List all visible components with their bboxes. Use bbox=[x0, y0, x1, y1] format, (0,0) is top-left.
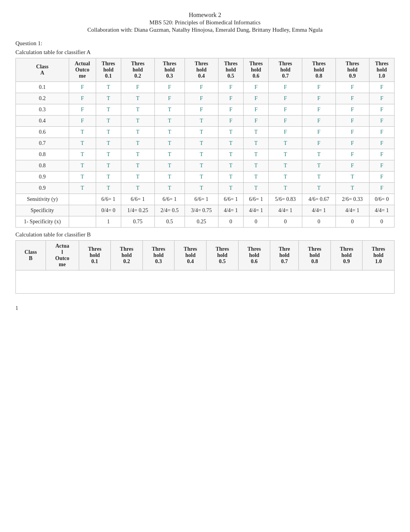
table-cell: F bbox=[369, 172, 394, 183]
col-header-t08: Threshold0.8 bbox=[302, 58, 336, 82]
table-cell: F bbox=[369, 127, 394, 138]
classifier-a-table: ClassA ActualOutcome Threshold0.1 Thresh… bbox=[15, 58, 395, 228]
course-title: MBS 520: Principles of Biomedical Inform… bbox=[15, 19, 395, 26]
table-cell: 6/6= 1 bbox=[243, 194, 268, 205]
table-cell: T bbox=[218, 127, 243, 138]
table-cell: T bbox=[69, 183, 96, 194]
col-b-header-t09: Threshold0.9 bbox=[330, 241, 363, 270]
col-header-actual: ActualOutcome bbox=[69, 58, 96, 82]
table-cell: T bbox=[121, 127, 154, 138]
table-cell: F bbox=[218, 116, 243, 127]
calc-label-a: Calculation table for classifier A bbox=[15, 49, 395, 56]
table-cell: T bbox=[335, 172, 369, 183]
table-cell: 0 bbox=[218, 216, 243, 228]
table-cell: F bbox=[302, 104, 336, 116]
table-cell: T bbox=[96, 127, 121, 138]
table-cell: F bbox=[302, 93, 336, 104]
table-cell: 0.1 bbox=[16, 82, 69, 93]
table-cell: T bbox=[243, 138, 268, 149]
table-cell: 6/6= 1 bbox=[121, 194, 154, 205]
table-cell: T bbox=[69, 172, 96, 183]
table-cell: 0.9 bbox=[16, 172, 69, 183]
table-row bbox=[16, 270, 395, 294]
table-cell: F bbox=[243, 93, 268, 104]
col-header-t03: Threshold0.3 bbox=[154, 58, 185, 82]
table-cell: F bbox=[243, 104, 268, 116]
col-b-header-t03: Threshold0.3 bbox=[142, 241, 175, 270]
table-cell: 4/4= 1 bbox=[218, 205, 243, 216]
table-cell: 4/4= 1 bbox=[369, 205, 394, 216]
table-cell: T bbox=[185, 172, 218, 183]
question-label: Question 1: bbox=[15, 40, 395, 47]
table-cell: T bbox=[69, 149, 96, 160]
col-b-header-t01: Threshold0.1 bbox=[79, 241, 111, 270]
table-row: 0.4FTTTTFFFFFF bbox=[16, 116, 395, 127]
table-cell: 6/6= 1 bbox=[218, 194, 243, 205]
table-cell: T bbox=[218, 183, 243, 194]
table-cell: T bbox=[121, 183, 154, 194]
table-cell: F bbox=[335, 93, 369, 104]
table-cell: 1- Specificity (x) bbox=[16, 216, 69, 228]
table-cell: F bbox=[218, 104, 243, 116]
table-cell: 0.3 bbox=[16, 104, 69, 116]
table-cell: F bbox=[269, 82, 302, 93]
table-cell: 2/4= 0.5 bbox=[154, 205, 185, 216]
table-cell: 6/6= 1 bbox=[154, 194, 185, 205]
table-cell: F bbox=[218, 93, 243, 104]
table-cell: 0.2 bbox=[16, 93, 69, 104]
col-header-t01: Threshold0.1 bbox=[96, 58, 121, 82]
table-cell: F bbox=[69, 93, 96, 104]
table-row: 0.3FTTTFFFFFFF bbox=[16, 104, 395, 116]
col-header-t10: Threshold1.0 bbox=[369, 58, 394, 82]
table-cell: F bbox=[269, 104, 302, 116]
table-cell: 0 bbox=[269, 216, 302, 228]
page-header: Homework 2 MBS 520: Principles of Biomed… bbox=[15, 12, 395, 33]
table-cell: T bbox=[96, 149, 121, 160]
table-cell: F bbox=[335, 116, 369, 127]
table-row: 0.7TTTTTTTTFFF bbox=[16, 138, 395, 149]
table-cell: T bbox=[121, 149, 154, 160]
table-row: 0.9TTTTTTTTTTF bbox=[16, 183, 395, 194]
table-row: 0.8TTTTTTTTTFF bbox=[16, 149, 395, 160]
collaboration-line: Collaboration with: Diana Guzman, Natalh… bbox=[15, 27, 395, 33]
table-cell: T bbox=[243, 160, 268, 172]
homework-title: Homework 2 bbox=[15, 12, 395, 19]
table-cell: Sensitivity (y) bbox=[16, 194, 69, 205]
table-cell: T bbox=[69, 160, 96, 172]
table-cell: F bbox=[269, 127, 302, 138]
col-b-header-t05: Threshold0.5 bbox=[207, 241, 239, 270]
table-cell: F bbox=[369, 93, 394, 104]
col-b-header-t06: Threshold0.6 bbox=[238, 241, 270, 270]
table-cell: F bbox=[335, 104, 369, 116]
table-cell: 0.75 bbox=[121, 216, 154, 228]
table-cell: 0 bbox=[369, 216, 394, 228]
table-cell: T bbox=[185, 149, 218, 160]
table-cell: T bbox=[185, 138, 218, 149]
table-cell: T bbox=[154, 104, 185, 116]
table-cell: F bbox=[185, 93, 218, 104]
table-row: Specificity0/4= 01/4= 0.252/4= 0.53/4= 0… bbox=[16, 205, 395, 216]
table-cell: T bbox=[121, 93, 154, 104]
table-cell: 1 bbox=[96, 216, 121, 228]
table-cell: 4/4= 1 bbox=[269, 205, 302, 216]
col-header-t04: Threshold0.4 bbox=[185, 58, 218, 82]
table-cell: F bbox=[185, 104, 218, 116]
table-cell: T bbox=[269, 160, 302, 172]
table-cell: T bbox=[335, 183, 369, 194]
table-cell: 0 bbox=[243, 216, 268, 228]
table-cell: F bbox=[69, 116, 96, 127]
table-cell: T bbox=[218, 138, 243, 149]
table-cell: T bbox=[96, 93, 121, 104]
table-cell: T bbox=[302, 183, 336, 194]
table-cell: 4/4= 1 bbox=[302, 205, 336, 216]
table-cell: F bbox=[335, 138, 369, 149]
col-b-header-actual: ActualOutcome bbox=[46, 241, 79, 270]
table-cell: T bbox=[269, 149, 302, 160]
table-cell: T bbox=[96, 160, 121, 172]
table-cell: 4/4= 1 bbox=[243, 205, 268, 216]
table-cell: F bbox=[154, 93, 185, 104]
table-cell: T bbox=[121, 104, 154, 116]
col-header-t07: Threshold0.7 bbox=[269, 58, 302, 82]
table-cell: F bbox=[302, 127, 336, 138]
table-cell: T bbox=[269, 138, 302, 149]
